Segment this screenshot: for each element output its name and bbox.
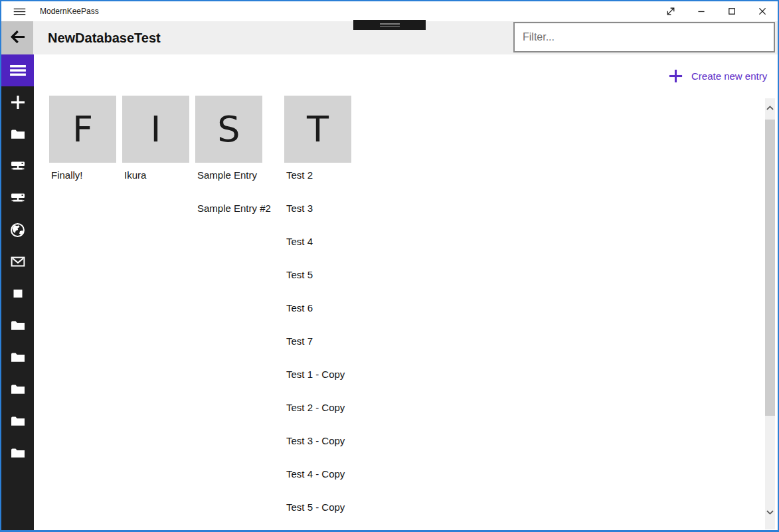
scroll-down-icon[interactable] bbox=[765, 507, 775, 517]
entry-item[interactable]: Test 5 bbox=[286, 268, 313, 282]
vertical-scrollbar[interactable] bbox=[765, 98, 775, 529]
entry-item[interactable]: Ikura bbox=[124, 169, 146, 182]
group-header-I[interactable]: I bbox=[122, 96, 189, 163]
entry-item[interactable]: Test 2 bbox=[286, 169, 313, 182]
entries-grid: FFinally!IIkuraSSample EntrySample Entry… bbox=[0, 0, 779, 532]
entry-item[interactable]: Test 5 - Copy bbox=[286, 501, 345, 514]
group-header-S[interactable]: S bbox=[195, 96, 262, 163]
app-window: ModernKeePass NewDatabaseTest Create new… bbox=[0, 0, 779, 532]
entry-item[interactable]: Test 3 - Copy bbox=[286, 434, 345, 448]
entry-item[interactable]: Test 4 bbox=[286, 235, 313, 248]
group-header-T[interactable]: T bbox=[284, 96, 351, 163]
entry-item[interactable]: Sample Entry bbox=[197, 169, 257, 182]
entry-item[interactable]: Test 2 - Copy bbox=[286, 401, 345, 414]
window-border-top bbox=[0, 0, 779, 1]
scrollbar-thumb[interactable] bbox=[765, 120, 775, 416]
entry-item[interactable]: Finally! bbox=[51, 169, 83, 182]
group-letter: S bbox=[217, 112, 240, 147]
group-letter: I bbox=[151, 112, 161, 147]
entry-item[interactable]: Sample Entry #2 bbox=[197, 202, 271, 215]
group-header-F[interactable]: F bbox=[49, 96, 116, 163]
window-border-left bbox=[0, 0, 1, 532]
scroll-up-icon[interactable] bbox=[765, 102, 775, 113]
entry-item[interactable]: Test 6 bbox=[286, 302, 313, 315]
entry-item[interactable]: Test 3 bbox=[286, 202, 313, 215]
entry-item[interactable]: Test 1 - Copy bbox=[286, 368, 345, 381]
group-letter: T bbox=[307, 112, 329, 147]
entry-item[interactable]: Test 4 - Copy bbox=[286, 468, 345, 481]
group-letter: F bbox=[72, 112, 93, 147]
entry-item[interactable]: Test 7 bbox=[286, 335, 313, 348]
